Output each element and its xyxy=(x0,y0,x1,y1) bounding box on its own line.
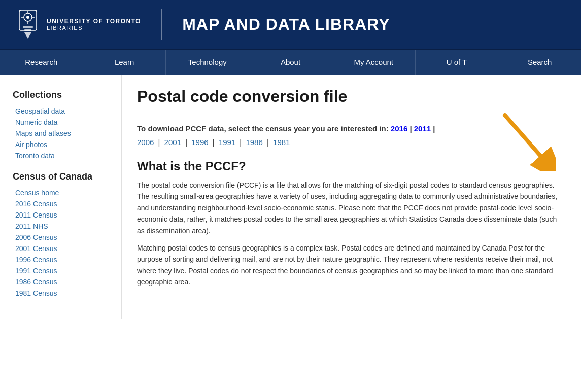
what-is-pccf-heading: What is the PCCF? xyxy=(137,159,561,173)
svg-rect-7 xyxy=(23,26,33,28)
year-link-1991[interactable]: 1991 xyxy=(219,138,235,147)
sidebar-link-geospatial[interactable]: Geospatial data xyxy=(15,105,111,117)
download-years-links: 2016 | 2011 | xyxy=(391,124,435,133)
sidebar: Collections Geospatial data Numeric data… xyxy=(0,75,122,319)
sidebar-link-2006-census[interactable]: 2006 Census xyxy=(15,232,111,243)
sidebar-link-1981-census[interactable]: 1981 Census xyxy=(15,288,111,299)
year-link-2011[interactable]: 2011 xyxy=(414,124,431,133)
site-header: UNIVERSITY OF TORONTO LIBRARIES MAP AND … xyxy=(0,0,581,49)
year-link-1996[interactable]: 1996 xyxy=(191,138,208,147)
sep-5: | xyxy=(211,138,217,147)
logo-text: UNIVERSITY OF TORONTO LIBRARIES xyxy=(47,18,141,31)
main-nav: Research Learn Technology About My Accou… xyxy=(0,49,581,75)
sidebar-link-2001-census[interactable]: 2001 Census xyxy=(15,243,111,254)
sidebar-link-air-photos[interactable]: Air photos xyxy=(15,139,111,150)
sidebar-link-1986-census[interactable]: 1986 Census xyxy=(15,276,111,288)
pccf-description-para1: The postal code conversion file (PCCF) i… xyxy=(137,180,561,236)
sidebar-link-toronto[interactable]: Toronto data xyxy=(15,150,111,161)
year-link-2006[interactable]: 2006 xyxy=(137,138,154,147)
content-divider xyxy=(137,114,561,114)
nav-item-research[interactable]: Research xyxy=(0,50,83,75)
svg-line-10 xyxy=(505,115,540,156)
header-divider xyxy=(161,9,162,40)
sidebar-link-1991-census[interactable]: 1991 Census xyxy=(15,265,111,276)
pccf-description-para2: Matching postal codes to census geograph… xyxy=(137,242,561,288)
site-title: MAP AND DATA LIBRARY xyxy=(182,15,390,34)
year-link-2001[interactable]: 2001 xyxy=(164,138,181,147)
collections-section: Collections Geospatial data Numeric data… xyxy=(13,90,111,161)
collections-heading: Collections xyxy=(13,90,111,100)
census-heading: Census of Canada xyxy=(13,171,111,182)
sidebar-link-census-home[interactable]: Census home xyxy=(15,187,111,198)
year-link-1986[interactable]: 1986 xyxy=(246,138,262,147)
sep-4: | xyxy=(183,138,189,147)
nav-item-search[interactable]: Search xyxy=(498,50,581,75)
nav-item-about[interactable]: About xyxy=(249,50,332,75)
main-container: Collections Geospatial data Numeric data… xyxy=(0,75,581,319)
sep-6: | xyxy=(237,138,244,147)
main-content: Postal code conversion file To download … xyxy=(122,75,581,319)
nav-item-u-of-t[interactable]: U of T xyxy=(416,50,499,75)
sep-1: | xyxy=(407,124,414,133)
page-title: Postal code conversion file xyxy=(137,87,561,106)
download-years-row2: 2006 | 2001 | 1996 | 1991 | 1986 | 1981 xyxy=(137,138,561,147)
sidebar-link-1996-census[interactable]: 1996 Census xyxy=(15,254,111,265)
nav-item-technology[interactable]: Technology xyxy=(166,50,249,75)
sidebar-link-2016-census[interactable]: 2016 Census xyxy=(15,198,111,209)
university-crest-icon xyxy=(15,9,41,40)
svg-point-2 xyxy=(26,16,29,19)
sidebar-link-2011-nhs[interactable]: 2011 NHS xyxy=(15,221,111,232)
sep-3: | xyxy=(156,138,162,147)
sep-2: | xyxy=(431,124,435,133)
nav-item-learn[interactable]: Learn xyxy=(83,50,166,75)
census-section: Census of Canada Census home 2016 Census… xyxy=(13,171,111,299)
nav-item-my-account[interactable]: My Account xyxy=(332,50,416,75)
year-link-1981[interactable]: 1981 xyxy=(273,138,290,147)
sidebar-link-numeric[interactable]: Numeric data xyxy=(15,117,111,128)
sep-7: | xyxy=(265,138,271,147)
logo-link[interactable]: UNIVERSITY OF TORONTO LIBRARIES xyxy=(15,9,141,40)
sidebar-link-2011-census[interactable]: 2011 Census xyxy=(15,209,111,221)
year-link-2016[interactable]: 2016 xyxy=(391,124,407,133)
sidebar-link-maps[interactable]: Maps and atlases xyxy=(15,128,111,139)
download-intro-text: To download PCCF data, select the census… xyxy=(137,124,561,133)
download-intro-label: To download PCCF data, select the census… xyxy=(137,124,389,133)
svg-rect-8 xyxy=(24,29,31,31)
